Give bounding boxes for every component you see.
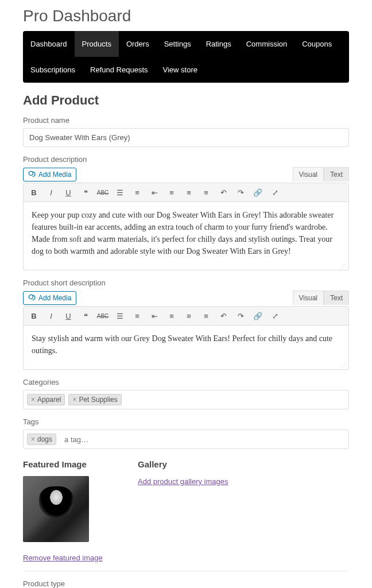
featured-image-title: Featured Image	[23, 459, 121, 469]
align-left-icon[interactable]: ≡	[166, 310, 177, 322]
outdent-icon[interactable]: ⇤	[149, 310, 160, 322]
remove-featured-link[interactable]: Remove featured image	[23, 554, 103, 562]
short-desc-textarea[interactable]: Stay stylish and warm with our Grey Dog …	[24, 326, 348, 363]
bold-icon[interactable]: B	[28, 310, 40, 322]
link-icon[interactable]: 🔗	[252, 310, 264, 322]
add-media-label: Add Media	[38, 171, 71, 179]
editor-toolbar: B I U ❝ ABC ☰ ≡ ⇤ ≡ ≡ ≡ ↶ ↷ 🔗 ⤢	[24, 183, 348, 202]
product-desc-label: Product description	[23, 155, 349, 164]
align-left-icon[interactable]: ≡	[166, 187, 177, 198]
gallery-title: Gallery	[138, 459, 349, 469]
number-list-icon[interactable]: ≡	[131, 310, 143, 322]
editor-toolbar-2: B I U ❝ ABC ☰ ≡ ⇤ ≡ ≡ ≡ ↶ ↷ 🔗 ⤢	[24, 307, 348, 326]
tag-text-input[interactable]	[60, 434, 345, 445]
resize-handle[interactable]: ⋰	[24, 264, 348, 270]
bullet-list-icon[interactable]: ☰	[114, 310, 126, 322]
tab-text-2[interactable]: Text	[324, 291, 349, 305]
remove-chip-icon[interactable]: ×	[31, 396, 35, 404]
add-media-button-2[interactable]: Add Media	[23, 291, 76, 305]
featured-image-thumbnail[interactable]	[23, 476, 89, 542]
nav-item-products[interactable]: Products	[75, 31, 119, 57]
italic-icon[interactable]: I	[45, 187, 57, 198]
redo-icon[interactable]: ↷	[235, 310, 246, 322]
main-nav: DashboardProductsOrdersSettingsRatingsCo…	[23, 31, 349, 83]
category-chip: ×Apparel	[27, 394, 65, 405]
tag-chip: ×dogs	[27, 434, 56, 445]
short-desc-editor: B I U ❝ ABC ☰ ≡ ⇤ ≡ ≡ ≡ ↶ ↷ 🔗 ⤢ Stay sty…	[23, 306, 349, 370]
remove-chip-icon[interactable]: ×	[72, 396, 76, 404]
nav-item-commission[interactable]: Commission	[239, 31, 295, 57]
tags-input[interactable]: ×dogs	[23, 430, 349, 449]
strike-icon[interactable]: ABC	[97, 310, 108, 322]
number-list-icon[interactable]: ≡	[131, 187, 143, 198]
desc-editor: B I U ❝ ABC ☰ ≡ ⇤ ≡ ≡ ≡ ↶ ↷ 🔗 ⤢ Keep you…	[23, 183, 349, 270]
section-heading: Add Product	[23, 93, 349, 108]
underline-icon[interactable]: U	[63, 187, 74, 198]
categories-label: Categories	[23, 378, 349, 386]
add-gallery-link[interactable]: Add product gallery images	[138, 477, 228, 486]
media-icon	[28, 171, 36, 179]
product-type-label: Product type	[23, 579, 349, 588]
undo-icon[interactable]: ↶	[218, 187, 229, 198]
add-media-label: Add Media	[38, 294, 71, 302]
tags-label: Tags	[23, 417, 349, 426]
nav-item-subscriptions[interactable]: Subscriptions	[23, 57, 83, 83]
nav-item-orders[interactable]: Orders	[119, 31, 157, 57]
undo-icon[interactable]: ↶	[218, 310, 229, 322]
strike-icon[interactable]: ABC	[97, 187, 108, 198]
media-icon	[28, 294, 36, 302]
nav-item-settings[interactable]: Settings	[157, 31, 199, 57]
outdent-icon[interactable]: ⇤	[149, 187, 160, 198]
bullet-list-icon[interactable]: ☰	[114, 187, 126, 198]
page-title: Pro Dashboard	[23, 0, 349, 31]
quote-icon[interactable]: ❝	[80, 187, 91, 198]
nav-item-coupons[interactable]: Coupons	[294, 31, 339, 57]
product-name-input[interactable]	[23, 128, 349, 147]
tab-visual[interactable]: Visual	[293, 167, 324, 181]
svg-point-1	[29, 295, 33, 299]
product-name-label: Product name	[23, 116, 349, 125]
resize-handle[interactable]: ⋰	[24, 363, 348, 369]
nav-item-view-store[interactable]: View store	[156, 57, 205, 83]
svg-point-0	[29, 171, 33, 175]
short-desc-label: Product short description	[23, 278, 349, 287]
italic-icon[interactable]: I	[45, 310, 57, 322]
align-right-icon[interactable]: ≡	[200, 187, 212, 198]
underline-icon[interactable]: U	[63, 310, 74, 322]
align-center-icon[interactable]: ≡	[183, 310, 195, 322]
redo-icon[interactable]: ↷	[235, 187, 246, 198]
nav-item-ratings[interactable]: Ratings	[199, 31, 239, 57]
nav-item-dashboard[interactable]: Dashboard	[23, 31, 75, 57]
align-center-icon[interactable]: ≡	[183, 187, 195, 198]
desc-textarea[interactable]: Keep your pup cozy and cute with our Dog…	[24, 202, 348, 264]
categories-input[interactable]: ×Apparel×Pet Supplies	[23, 390, 349, 409]
tab-text[interactable]: Text	[324, 167, 349, 181]
remove-chip-icon[interactable]: ×	[31, 435, 35, 443]
category-chip: ×Pet Supplies	[68, 394, 121, 405]
align-right-icon[interactable]: ≡	[200, 310, 212, 322]
fullscreen-icon[interactable]: ⤢	[269, 187, 281, 198]
link-icon[interactable]: 🔗	[252, 187, 264, 198]
bold-icon[interactable]: B	[28, 187, 40, 198]
nav-item-refund-requests[interactable]: Refund Requests	[83, 57, 155, 83]
divider	[23, 571, 349, 571]
tab-visual-2[interactable]: Visual	[293, 291, 324, 305]
quote-icon[interactable]: ❝	[80, 310, 91, 322]
add-media-button[interactable]: Add Media	[23, 168, 76, 181]
fullscreen-icon[interactable]: ⤢	[269, 310, 281, 322]
